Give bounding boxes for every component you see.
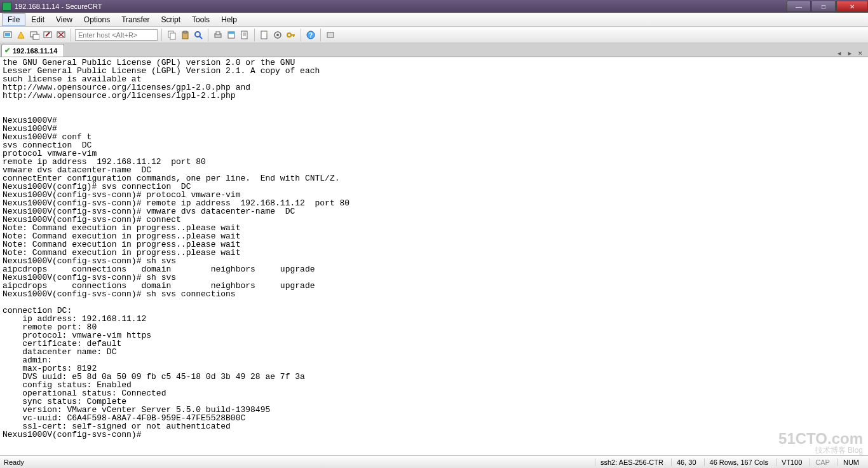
menu-view[interactable]: View bbox=[50, 13, 78, 26]
reconnect-icon[interactable] bbox=[42, 29, 53, 41]
print-icon[interactable] bbox=[212, 29, 224, 41]
svg-rect-7 bbox=[170, 33, 175, 39]
connect-icon[interactable] bbox=[2, 29, 13, 41]
tab-bar: ✔ 192.168.11.14 ◄ ► ✕ bbox=[0, 43, 868, 57]
window-title: 192.168.11.14 - SecureCRT bbox=[15, 3, 102, 10]
status-ready: Ready bbox=[4, 458, 24, 466]
close-button[interactable]: ✕ bbox=[836, 1, 868, 12]
disconnect-icon[interactable] bbox=[55, 29, 67, 41]
copy-icon[interactable] bbox=[166, 29, 177, 41]
status-num: NUM bbox=[837, 458, 864, 466]
title-bar: 192.168.11.14 - SecureCRT — □ ✕ bbox=[0, 0, 868, 13]
host-input[interactable] bbox=[75, 29, 158, 41]
find-icon[interactable] bbox=[193, 29, 204, 41]
menu-script[interactable]: Script bbox=[155, 13, 186, 26]
status-term: VT100 bbox=[776, 458, 807, 466]
settings-icon[interactable] bbox=[272, 29, 283, 41]
svg-rect-16 bbox=[261, 31, 267, 39]
tab-prev-icon[interactable]: ◄ bbox=[834, 50, 844, 57]
status-cursor-pos: 46, 30 bbox=[671, 458, 702, 466]
svg-rect-1 bbox=[5, 33, 10, 36]
separator bbox=[161, 29, 162, 41]
help-icon[interactable]: ? bbox=[305, 29, 316, 41]
menu-help[interactable]: Help bbox=[215, 13, 243, 26]
toggle-icon[interactable] bbox=[325, 29, 336, 41]
maximize-button[interactable]: □ bbox=[811, 1, 836, 12]
connect-bar-icon[interactable] bbox=[29, 29, 40, 41]
separator bbox=[208, 29, 208, 41]
tab-close-icon[interactable]: ✕ bbox=[856, 50, 865, 57]
svg-rect-14 bbox=[228, 32, 234, 34]
status-cap: CAP bbox=[810, 458, 835, 466]
quick-connect-icon[interactable] bbox=[15, 29, 27, 41]
menu-transfer[interactable]: Transfer bbox=[116, 13, 155, 26]
svg-point-19 bbox=[287, 33, 291, 37]
status-size: 46 Rows, 167 Cols bbox=[704, 458, 773, 466]
svg-point-10 bbox=[195, 32, 200, 37]
log-icon[interactable] bbox=[239, 29, 250, 41]
key-icon[interactable] bbox=[285, 29, 297, 41]
svg-rect-3 bbox=[33, 34, 39, 39]
menu-tools[interactable]: Tools bbox=[186, 13, 215, 26]
tab-label: 192.168.11.14 bbox=[13, 47, 57, 55]
connected-icon: ✔ bbox=[4, 46, 10, 55]
terminal-output[interactable]: the GNU General Public License (GPL) ver… bbox=[0, 57, 868, 455]
svg-rect-9 bbox=[184, 31, 187, 33]
status-bar: Ready ssh2: AES-256-CTR 46, 30 46 Rows, … bbox=[0, 455, 868, 468]
window-controls: — □ ✕ bbox=[786, 1, 868, 12]
menu-file[interactable]: File bbox=[2, 13, 25, 26]
menu-bar: File Edit View Options Transfer Script T… bbox=[0, 13, 868, 27]
separator bbox=[71, 29, 71, 41]
svg-text:?: ? bbox=[309, 32, 313, 39]
menu-edit[interactable]: Edit bbox=[25, 13, 50, 26]
svg-rect-15 bbox=[241, 31, 247, 39]
session-tab[interactable]: ✔ 192.168.11.14 bbox=[1, 44, 64, 57]
separator bbox=[301, 29, 301, 41]
tab-next-icon[interactable]: ► bbox=[845, 50, 855, 57]
tab-nav: ◄ ► ✕ bbox=[834, 50, 868, 57]
app-icon bbox=[3, 2, 11, 11]
menu-options[interactable]: Options bbox=[78, 13, 116, 26]
new-session-icon[interactable] bbox=[259, 29, 270, 41]
separator bbox=[320, 29, 321, 41]
svg-point-18 bbox=[276, 34, 279, 36]
status-ssh: ssh2: AES-256-CTR bbox=[595, 458, 668, 466]
properties-icon[interactable] bbox=[226, 29, 237, 41]
svg-rect-22 bbox=[327, 32, 334, 38]
toolbar: ? bbox=[0, 27, 868, 43]
separator bbox=[254, 29, 255, 41]
minimize-button[interactable]: — bbox=[787, 1, 811, 12]
svg-rect-12 bbox=[216, 32, 220, 34]
paste-icon[interactable] bbox=[179, 29, 191, 41]
